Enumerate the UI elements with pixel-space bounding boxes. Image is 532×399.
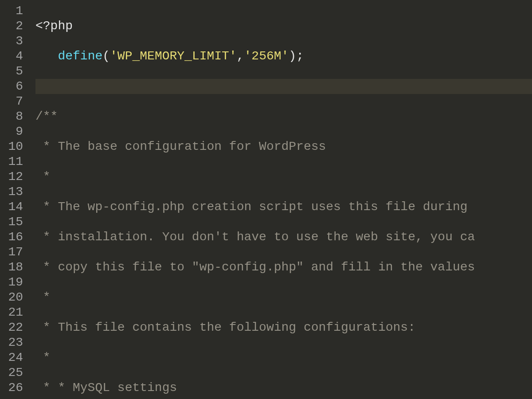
line-number: 3 — [0, 34, 23, 49]
line-number: 21 — [0, 305, 23, 320]
code-line[interactable]: * — [35, 290, 532, 305]
line-number: 7 — [0, 94, 23, 109]
comment: /** — [35, 110, 58, 123]
line-number: 1 — [0, 4, 23, 19]
comment: * The wp-config.php creation script uses… — [35, 200, 475, 214]
keyword-define: define — [58, 49, 102, 63]
line-number: 11 — [0, 154, 23, 169]
comment: * — [35, 290, 51, 304]
code-line[interactable]: * This file contains the following confi… — [35, 320, 532, 335]
code-area[interactable]: <?php define('WP_MEMORY_LIMIT','256M'); … — [27, 0, 532, 399]
line-number: 2 — [0, 19, 23, 34]
line-number: 10 — [0, 139, 23, 154]
code-line[interactable]: <?php — [35, 19, 532, 34]
code-line[interactable]: * — [35, 350, 532, 365]
code-line[interactable]: * installation. You don't have to use th… — [35, 230, 532, 245]
line-number-gutter: 1234567891011121314151617181920212223242… — [0, 0, 27, 399]
line-number: 5 — [0, 64, 23, 79]
comment: * This file contains the following confi… — [35, 321, 415, 334]
line-number: 6 — [0, 79, 23, 94]
line-number: 15 — [0, 215, 23, 230]
comma: , — [237, 49, 244, 63]
string: 'WP_MEMORY_LIMIT' — [110, 49, 237, 63]
line-number: 17 — [0, 245, 23, 260]
comment: * The base configuration for WordPress — [35, 140, 326, 153]
code-line[interactable]: * — [35, 169, 532, 184]
line-number: 18 — [0, 260, 23, 275]
code-line[interactable]: * The base configuration for WordPress — [35, 139, 532, 154]
line-number: 19 — [0, 275, 23, 290]
comment: * installation. You don't have to use th… — [35, 230, 475, 244]
php-open-tag: <?php — [35, 19, 73, 33]
comment: * copy this file to "wp-config.php" and … — [35, 260, 475, 274]
line-number: 13 — [0, 184, 23, 200]
line-number: 22 — [0, 320, 23, 335]
line-number: 14 — [0, 200, 23, 215]
code-line[interactable]: * * MySQL settings — [35, 380, 532, 395]
indent — [35, 49, 58, 63]
line-number: 4 — [0, 49, 23, 64]
paren: ( — [102, 49, 110, 63]
line-number: 24 — [0, 350, 23, 365]
line-number: 16 — [0, 230, 23, 245]
code-line[interactable]: define('WP_MEMORY_LIMIT','256M'); — [35, 49, 532, 64]
code-editor: 1234567891011121314151617181920212223242… — [0, 0, 532, 399]
string: '256M' — [244, 49, 289, 63]
code-line[interactable]: /** — [35, 109, 532, 124]
line-number: 23 — [0, 335, 23, 350]
line-number: 25 — [0, 365, 23, 380]
line-number: 26 — [0, 380, 23, 395]
comment: * * MySQL settings — [35, 381, 177, 395]
comment: * — [35, 170, 51, 184]
line-number: 12 — [0, 169, 23, 184]
code-line[interactable] — [35, 79, 532, 94]
comment: * — [35, 351, 51, 364]
code-line[interactable]: * copy this file to "wp-config.php" and … — [35, 260, 532, 275]
line-number: 20 — [0, 290, 23, 305]
code-line[interactable]: * The wp-config.php creation script uses… — [35, 200, 532, 215]
line-number: 8 — [0, 109, 23, 124]
line-number: 9 — [0, 124, 23, 139]
paren: ); — [289, 49, 304, 63]
